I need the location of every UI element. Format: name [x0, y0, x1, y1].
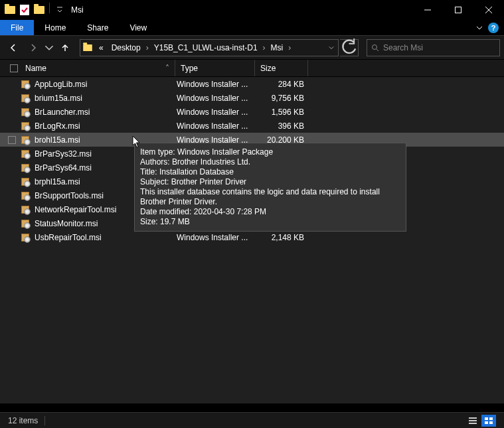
- ribbon-collapse-icon[interactable]: [476, 25, 483, 31]
- svg-rect-6: [469, 417, 477, 419]
- address-bar[interactable]: « Desktop › Y15B_C1_ULWL-usa-inst-D1 › M…: [80, 39, 339, 56]
- file-name: UsbRepairTool.msi: [35, 233, 102, 242]
- column-size[interactable]: Size: [255, 60, 308, 76]
- column-headers: Name ˄ Type Size: [0, 60, 504, 77]
- new-folder-icon[interactable]: [32, 3, 46, 17]
- svg-rect-1: [456, 7, 462, 13]
- file-name: BrSupportTools.msi: [35, 191, 104, 200]
- file-name: StatusMonitor.msi: [35, 219, 98, 228]
- svg-rect-11: [485, 421, 488, 424]
- view-large-icons-button[interactable]: [481, 415, 496, 427]
- breadcrumb[interactable]: Msi: [267, 40, 288, 56]
- breadcrumb[interactable]: Y15B_C1_ULWL-usa-inst-D1: [150, 40, 262, 56]
- table-row[interactable]: BrLogRx.msiWindows Installer ...396 KB: [0, 119, 504, 133]
- file-size: 284 KB: [256, 80, 304, 89]
- breadcrumb-overflow[interactable]: «: [95, 40, 108, 56]
- ribbon: File Home Share View ?: [0, 20, 504, 36]
- select-all-checkbox[interactable]: [8, 64, 20, 72]
- file-name: BrLogRx.msi: [35, 121, 80, 131]
- file-name: brphl15a.msi: [35, 177, 80, 186]
- file-name: BrParSys32.msi: [35, 149, 92, 159]
- titlebar: Msi: [0, 0, 504, 20]
- search-icon: [371, 44, 379, 52]
- statusbar: 12 items: [0, 412, 504, 428]
- item-count: 12 items: [8, 416, 38, 425]
- file-name: BrParSys64.msi: [35, 163, 92, 173]
- table-row[interactable]: AppLogLib.msiWindows Installer ...284 KB: [0, 77, 504, 91]
- mouse-cursor: [132, 135, 143, 149]
- table-row[interactable]: UsbRepairTool.msiWindows Installer ...2,…: [0, 230, 504, 244]
- msi-file-icon: [20, 93, 31, 104]
- svg-rect-8: [469, 423, 477, 424]
- help-button[interactable]: ?: [488, 23, 499, 33]
- tab-file[interactable]: File: [0, 20, 34, 35]
- table-row[interactable]: BrLauncher.msiWindows Installer ...1,596…: [0, 105, 504, 119]
- tab-view[interactable]: View: [119, 20, 157, 35]
- msi-file-icon: [20, 149, 31, 159]
- tab-share[interactable]: Share: [76, 20, 119, 35]
- properties-icon[interactable]: [17, 3, 32, 17]
- window-title: Msi: [71, 5, 84, 15]
- up-button[interactable]: [56, 38, 74, 57]
- svg-point-4: [373, 44, 377, 49]
- svg-rect-12: [489, 421, 493, 424]
- navbar: « Desktop › Y15B_C1_ULWL-usa-inst-D1 › M…: [0, 36, 504, 60]
- file-size: 396 KB: [256, 121, 304, 131]
- breadcrumb[interactable]: Desktop: [108, 40, 145, 56]
- tooltip: Item type: Windows Installer Package Aut…: [134, 143, 406, 232]
- file-list: AppLogLib.msiWindows Installer ...284 KB…: [0, 77, 504, 403]
- file-type: Windows Installer ...: [177, 121, 256, 131]
- row-checkbox[interactable]: [8, 136, 20, 144]
- folder-icon: [80, 44, 95, 52]
- msi-file-icon: [20, 218, 31, 229]
- svg-line-5: [377, 49, 378, 51]
- file-type: Windows Installer ...: [177, 80, 256, 89]
- svg-rect-9: [485, 417, 488, 420]
- chevron-right-icon[interactable]: ›: [262, 43, 267, 52]
- svg-rect-10: [489, 417, 493, 420]
- back-button[interactable]: [4, 38, 23, 57]
- qat-dropdown-icon[interactable]: [52, 3, 67, 17]
- forward-button[interactable]: [24, 38, 42, 57]
- table-row[interactable]: brium15a.msiWindows Installer ...9,756 K…: [0, 91, 504, 105]
- address-dropdown-icon[interactable]: [325, 45, 338, 50]
- msi-file-icon: [20, 204, 31, 215]
- minimize-button[interactable]: [412, 0, 443, 20]
- msi-file-icon: [20, 121, 31, 131]
- search-input[interactable]: Search Msi: [367, 39, 500, 56]
- msi-file-icon: [20, 232, 31, 243]
- file-name: brium15a.msi: [35, 94, 82, 103]
- view-details-button[interactable]: [465, 415, 480, 427]
- maximize-button[interactable]: [443, 0, 473, 20]
- msi-file-icon: [20, 177, 31, 187]
- file-name: brohl15a.msi: [35, 135, 80, 145]
- file-name: AppLogLib.msi: [35, 80, 87, 89]
- sort-asc-icon: ˄: [165, 64, 169, 73]
- msi-file-icon: [20, 163, 31, 173]
- file-type: Windows Installer ...: [177, 107, 256, 117]
- column-name[interactable]: Name ˄: [20, 60, 175, 76]
- file-size: 2,148 KB: [256, 233, 304, 242]
- chevron-right-icon[interactable]: ›: [287, 43, 292, 52]
- chevron-right-icon[interactable]: ›: [145, 43, 150, 52]
- file-size: 1,596 KB: [256, 107, 304, 117]
- folder-icon: [3, 3, 17, 17]
- tab-home[interactable]: Home: [34, 20, 76, 35]
- file-size: 9,756 KB: [256, 94, 304, 103]
- msi-file-icon: [20, 79, 31, 90]
- msi-file-icon: [20, 190, 31, 201]
- column-type[interactable]: Type: [175, 60, 255, 76]
- msi-file-icon: [20, 107, 31, 117]
- svg-rect-7: [469, 420, 477, 421]
- file-name: NetworkRepairTool.msi: [35, 205, 116, 214]
- close-button[interactable]: [473, 0, 504, 20]
- refresh-button[interactable]: [340, 39, 359, 56]
- msi-file-icon: [20, 135, 31, 145]
- file-type: Windows Installer ...: [177, 233, 256, 242]
- file-type: Windows Installer ...: [177, 94, 256, 103]
- search-placeholder: Search Msi: [383, 43, 423, 52]
- file-name: BrLauncher.msi: [35, 107, 90, 117]
- recent-locations-icon[interactable]: [44, 38, 54, 57]
